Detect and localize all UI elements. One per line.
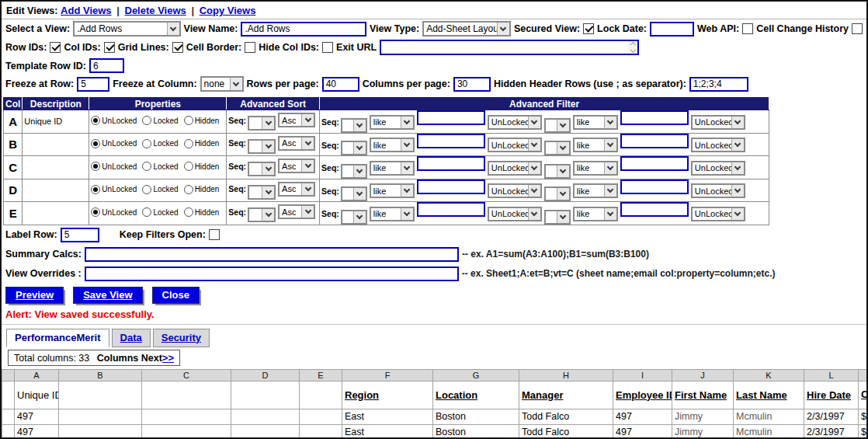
lock-date-input[interactable] — [650, 22, 694, 37]
grid-row-header[interactable] — [2, 409, 15, 424]
grid-cell[interactable]: 497 — [15, 424, 59, 439]
row-ids-checkbox[interactable] — [50, 42, 61, 53]
copy-views-link[interactable]: Copy Views — [200, 5, 256, 16]
radio-locked[interactable]: Locked — [142, 207, 178, 217]
columns-per-page-input[interactable]: 30 — [453, 77, 491, 92]
grid-column-header[interactable]: B — [59, 369, 142, 381]
cell-change-history-checkbox[interactable] — [852, 23, 863, 34]
sort-direction-dropdown[interactable]: Asc — [278, 159, 315, 173]
sort-seq-dropdown[interactable] — [248, 207, 276, 222]
summary-calcs-input[interactable] — [85, 247, 459, 262]
filter-value-input[interactable] — [620, 179, 689, 194]
filter-lock-dropdown[interactable]: UnLocked — [488, 161, 542, 176]
filter-value-input[interactable] — [620, 202, 689, 217]
grid-cell[interactable]: East — [342, 409, 433, 424]
grid-cell[interactable] — [59, 409, 142, 424]
grid-cell[interactable]: Todd Falco — [519, 424, 613, 439]
filter-operator-dropdown[interactable]: like — [573, 161, 618, 176]
grid-cell[interactable]: Employee ID — [613, 381, 672, 409]
filter-seq-dropdown[interactable] — [544, 118, 571, 133]
filter-seq-dropdown[interactable] — [341, 164, 367, 179]
grid-cell[interactable] — [231, 409, 300, 424]
grid-cell[interactable]: First Name — [672, 381, 734, 409]
grid-cell[interactable] — [231, 381, 300, 409]
filter-seq-dropdown[interactable] — [544, 210, 571, 225]
grid-column-header[interactable]: G — [433, 369, 519, 381]
grid-cell[interactable] — [300, 381, 342, 409]
filter-operator-dropdown[interactable]: like — [370, 138, 415, 152]
filter-lock-dropdown[interactable]: UnLocked — [488, 115, 542, 130]
sort-seq-dropdown[interactable] — [248, 185, 276, 200]
filter-seq-dropdown[interactable] — [341, 118, 367, 133]
grid-column-header[interactable]: A — [15, 369, 59, 381]
grid-cell[interactable] — [142, 409, 231, 424]
radio-hidden[interactable]: Hidden — [184, 139, 220, 148]
filter-operator-dropdown[interactable]: like — [573, 207, 618, 221]
grid-cell[interactable]: East — [342, 424, 433, 439]
filter-seq-dropdown[interactable] — [341, 210, 367, 225]
grid-row-header[interactable] — [2, 381, 15, 409]
filter-value-input[interactable] — [417, 134, 485, 148]
grid-cell[interactable]: Location — [433, 381, 519, 409]
view-type-dropdown[interactable]: Add-Sheet Layout — [422, 21, 511, 37]
sort-seq-dropdown[interactable] — [248, 116, 276, 131]
grid-lines-checkbox[interactable] — [172, 42, 183, 53]
tab-data[interactable]: Data — [112, 329, 151, 347]
grid-cell[interactable]: Unique ID — [15, 381, 59, 409]
sort-seq-dropdown[interactable] — [248, 162, 276, 176]
filter-seq-dropdown[interactable] — [544, 164, 571, 179]
tab-performancemerit[interactable]: PerformanceMerit — [6, 329, 109, 347]
filter-value-input[interactable] — [620, 156, 689, 171]
grid-column-header[interactable]: K — [734, 369, 804, 381]
grid-cell[interactable]: $3 — [859, 409, 868, 424]
filter-lock-dropdown[interactable]: UnLocked — [691, 161, 745, 176]
filter-operator-dropdown[interactable]: like — [370, 207, 415, 221]
grid-cell[interactable]: 2/3/1997 — [804, 409, 859, 424]
grid-cell[interactable]: 2/3/1997 — [804, 424, 859, 439]
col-ids-checkbox[interactable] — [104, 42, 115, 53]
grid-cell[interactable]: C S — [859, 381, 868, 409]
grid-cell[interactable]: Mcmulin — [734, 409, 804, 424]
save-view-button[interactable]: Save View — [73, 287, 142, 304]
grid-column-header[interactable]: D — [231, 369, 300, 381]
grid-cell[interactable]: Region — [342, 381, 433, 409]
grid-cell[interactable]: 497 — [15, 409, 59, 424]
filter-lock-dropdown[interactable]: UnLocked — [488, 207, 542, 221]
close-button[interactable]: Close — [152, 287, 200, 304]
grid-cell[interactable]: Boston — [433, 409, 519, 424]
hide-col-ids-checkbox[interactable] — [322, 42, 333, 53]
web-api-checkbox[interactable] — [742, 23, 753, 34]
filter-value-input[interactable] — [417, 202, 485, 217]
grid-column-header[interactable]: J — [672, 369, 734, 381]
grid-cell[interactable] — [59, 381, 142, 409]
preview-button[interactable]: Preview — [5, 287, 64, 304]
grid-cell[interactable] — [142, 424, 231, 439]
grid-row-header[interactable] — [2, 424, 15, 439]
grid-cell[interactable]: $3 — [859, 424, 868, 439]
freeze-at-column-dropdown[interactable]: none — [200, 76, 244, 92]
freeze-at-row-input[interactable]: 5 — [77, 77, 109, 92]
radio-unlocked[interactable]: UnLocked — [91, 207, 137, 217]
view-overrides-input[interactable] — [85, 267, 459, 281]
grid-cell[interactable] — [300, 409, 342, 424]
view-name-input[interactable]: .Add Rows — [241, 22, 366, 37]
grid-column-header[interactable]: F — [342, 369, 433, 381]
template-row-id-input[interactable]: 6 — [89, 58, 124, 73]
radio-locked[interactable]: Locked — [142, 185, 178, 194]
grid-cell[interactable]: Jimmy — [672, 424, 734, 439]
grid-cell[interactable]: Jimmy — [672, 409, 734, 424]
delete-views-link[interactable]: Delete Views — [125, 5, 186, 16]
filter-lock-dropdown[interactable]: UnLocked — [691, 115, 745, 130]
grid-column-header[interactable]: C — [142, 369, 231, 381]
radio-hidden[interactable]: Hidden — [184, 116, 220, 125]
radio-hidden[interactable]: Hidden — [184, 162, 220, 171]
grid-cell[interactable] — [59, 424, 142, 439]
filter-operator-dropdown[interactable]: like — [370, 183, 415, 198]
filter-lock-dropdown[interactable]: UnLocked — [691, 207, 745, 221]
radio-locked[interactable]: Locked — [142, 139, 178, 148]
rows-per-page-input[interactable]: 40 — [322, 77, 359, 92]
filter-value-input[interactable] — [417, 110, 485, 125]
filter-value-input[interactable] — [620, 134, 689, 148]
select-a-view-dropdown[interactable]: .Add Rows — [73, 21, 180, 37]
sort-direction-dropdown[interactable]: Asc — [278, 113, 315, 127]
